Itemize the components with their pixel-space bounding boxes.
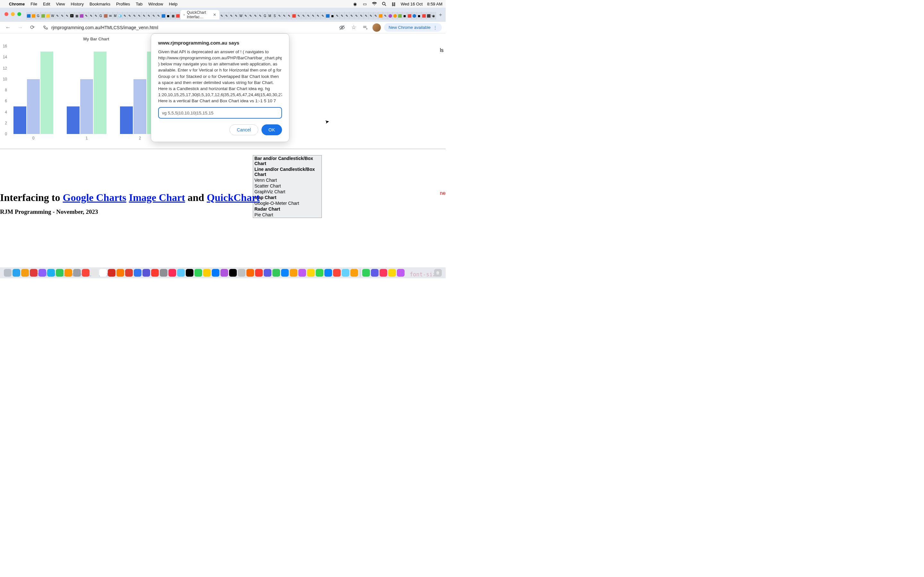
background-tab[interactable]: ✎ [373, 12, 378, 19]
dock-app[interactable] [168, 269, 176, 277]
control-center-icon[interactable]: ䷆ [391, 1, 396, 6]
background-tab[interactable]: ✎ [296, 12, 301, 19]
link-image-chart[interactable]: Image Chart [129, 192, 185, 203]
background-tab[interactable]: G [99, 12, 103, 19]
background-tab[interactable]: 🟩 [397, 12, 402, 19]
dock-app[interactable] [342, 269, 349, 277]
background-tab[interactable]: ▦ [74, 12, 79, 19]
new-tab-button[interactable]: ＋ [437, 11, 444, 18]
dock-app[interactable] [362, 269, 370, 277]
background-tab[interactable]: M [113, 12, 118, 19]
background-tab[interactable]: ✎ [142, 12, 147, 19]
background-tab[interactable]: 🟦 [325, 12, 330, 19]
select-option[interactable]: Map Chart [253, 195, 321, 200]
dock-app[interactable] [333, 269, 341, 277]
menubar-time[interactable]: 8:59 AM [427, 2, 443, 6]
background-tab[interactable]: 🟧 [31, 12, 36, 19]
dock-app[interactable] [90, 269, 98, 277]
dialog-input[interactable] [158, 107, 282, 119]
dock-app[interactable] [116, 269, 124, 277]
background-tab[interactable]: ✎ [65, 12, 69, 19]
back-button[interactable]: ← [4, 23, 12, 32]
dock-app[interactable] [142, 269, 150, 277]
select-option[interactable]: Google-O-Meter Chart [253, 200, 321, 206]
background-tab[interactable]: ✎ [220, 12, 224, 19]
dialog-ok-button[interactable]: OK [262, 124, 282, 135]
menu-help[interactable]: Help [169, 2, 178, 6]
background-tab[interactable]: ✎ [320, 12, 325, 19]
dock-app[interactable] [380, 269, 387, 277]
dock-app[interactable] [325, 269, 332, 277]
menu-profiles[interactable]: Profiles [116, 2, 130, 6]
background-tab[interactable]: 🟨 [45, 12, 50, 19]
dock-app[interactable] [290, 269, 297, 277]
background-tab[interactable]: 🟠 [393, 12, 397, 19]
background-tab[interactable]: ✎ [359, 12, 364, 19]
select-option[interactable]: Line and/or Candlestick/Box Chart [253, 166, 321, 177]
background-tab[interactable]: G [263, 12, 268, 19]
media-control-icon[interactable] [361, 23, 369, 32]
background-tab[interactable]: ◼ [402, 12, 407, 19]
background-tab[interactable]: W [50, 12, 55, 19]
background-tab[interactable]: ✎ [60, 12, 65, 19]
dock-app[interactable] [73, 269, 81, 277]
background-tab[interactable]: ✎ [340, 12, 344, 19]
background-tab[interactable]: G [36, 12, 41, 19]
forward-button[interactable]: → [16, 23, 24, 32]
dock-app[interactable] [316, 269, 323, 277]
select-option[interactable]: GraphViz Chart [253, 189, 321, 195]
wifi-icon[interactable] [372, 1, 377, 6]
menu-file[interactable]: File [31, 2, 37, 6]
dock-app[interactable] [220, 269, 228, 277]
dock-app[interactable] [82, 269, 89, 277]
menu-history[interactable]: History [71, 2, 83, 6]
link-google-charts[interactable]: Google Charts [63, 192, 126, 203]
active-browser-tab[interactable]: ▫ QuickChart Interfac… ✕ [180, 10, 220, 19]
select-option[interactable]: Venn Chart [253, 177, 321, 183]
select-option[interactable]: Scatter Chart [253, 183, 321, 189]
background-tab[interactable]: ✎ [84, 12, 89, 19]
dock-app[interactable] [56, 269, 63, 277]
dock-app[interactable] [151, 269, 159, 277]
spotlight-icon[interactable] [381, 1, 387, 6]
background-tab[interactable]: 🟦 [161, 12, 166, 19]
background-tab[interactable]: ◼ [166, 12, 171, 19]
background-tab[interactable]: ◼ [417, 12, 422, 19]
dock-app[interactable] [30, 269, 37, 277]
background-tab[interactable]: ✎ [94, 12, 99, 19]
background-tab[interactable]: ✎ [316, 12, 320, 19]
tab-overflow-button[interactable]: ⌄ [429, 11, 436, 18]
select-option[interactable]: Bar and/or Candlestick/Box Chart [253, 155, 321, 166]
dock-trash[interactable]: 🗑 [434, 269, 442, 277]
dock-app[interactable] [177, 269, 185, 277]
dock-app[interactable] [229, 269, 237, 277]
menu-view[interactable]: View [56, 2, 65, 6]
profile-avatar[interactable] [373, 23, 381, 32]
dock-app[interactable] [125, 269, 133, 277]
background-tab[interactable]: S [272, 12, 277, 19]
background-tab[interactable]: ✎ [311, 12, 316, 19]
site-info-icon[interactable] [42, 24, 49, 31]
background-tab[interactable]: ✉ [108, 12, 113, 19]
background-tab[interactable]: ✎ [258, 12, 263, 19]
dock-app[interactable] [371, 269, 379, 277]
dock-app[interactable] [4, 269, 11, 277]
dock-app[interactable] [134, 269, 142, 277]
dock-app[interactable] [255, 269, 263, 277]
dialog-cancel-button[interactable]: Cancel [229, 124, 258, 135]
background-tab[interactable]: ✎ [253, 12, 258, 19]
app-name[interactable]: Chrome [9, 2, 25, 6]
menubar-date[interactable]: Wed 16 Oct [401, 2, 423, 6]
background-tab[interactable]: ✎ [224, 12, 229, 19]
new-chrome-available-button[interactable]: New Chrome available ⋮ [384, 23, 442, 32]
background-tab[interactable]: ✎ [248, 12, 253, 19]
background-tab[interactable]: ✎ [244, 12, 248, 19]
dock-app[interactable] [13, 269, 20, 277]
background-tab[interactable]: W [239, 12, 244, 19]
background-tab[interactable]: 🅰 [69, 12, 74, 19]
bookmark-star-icon[interactable]: ☆ [349, 23, 358, 32]
background-tab[interactable]: 🟣 [388, 12, 393, 19]
background-tab[interactable]: ✎ [152, 12, 156, 19]
background-tab[interactable]: 🟪 [79, 12, 84, 19]
close-tab-icon[interactable]: ✕ [213, 13, 216, 17]
